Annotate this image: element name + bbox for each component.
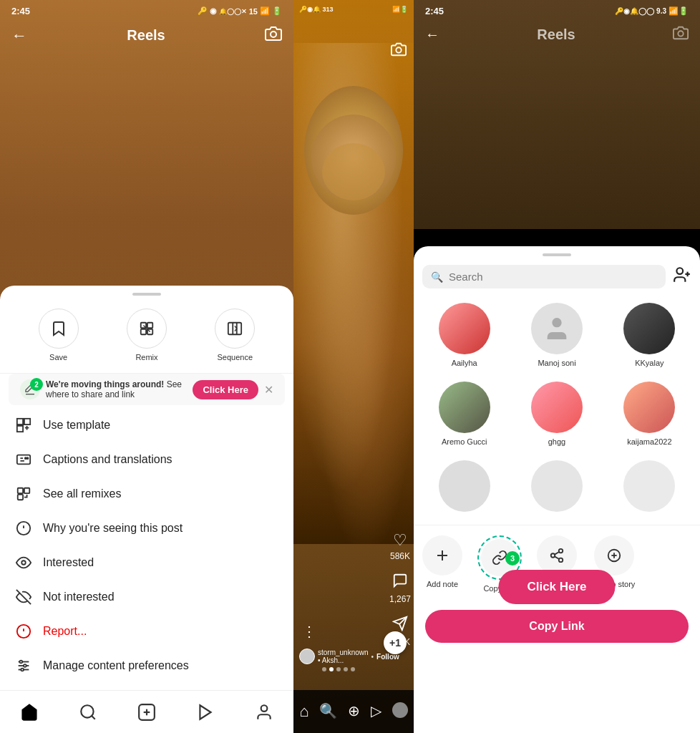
right-camera-button[interactable] xyxy=(673,25,689,44)
remix-circle xyxy=(127,309,167,349)
captions-icon xyxy=(14,452,33,467)
save-label: Save xyxy=(49,353,67,361)
svg-point-15 xyxy=(25,457,26,459)
reel-video-bg xyxy=(293,43,414,544)
save-item[interactable]: Save xyxy=(39,309,79,361)
svg-point-34 xyxy=(81,705,93,717)
notif-close-button[interactable]: ✕ xyxy=(264,383,273,397)
captions-item[interactable]: Captions and translations xyxy=(0,442,293,477)
reel-dot-3 xyxy=(336,667,341,671)
remixes-label: See all remixes xyxy=(43,487,121,500)
plus-badge[interactable]: +1 xyxy=(384,631,407,654)
middle-camera-button[interactable] xyxy=(391,42,407,61)
click-here-button-right[interactable]: Click Here xyxy=(498,570,615,604)
svg-point-23 xyxy=(21,560,26,565)
contact-aailyha[interactable]: Aailyha xyxy=(419,297,509,373)
not-interested-item[interactable]: Not interested xyxy=(0,580,293,614)
not-interested-label: Not interested xyxy=(43,591,115,603)
reel-dot-1 xyxy=(322,667,326,671)
svg-point-40 xyxy=(261,705,268,712)
sequence-item[interactable]: Sequence xyxy=(215,309,255,361)
svg-marker-39 xyxy=(200,705,210,719)
mid-like-count: 586K xyxy=(390,551,410,561)
remixes-item[interactable]: See all remixes xyxy=(0,477,293,511)
contacts-grid: Aailyha Manoj soni KKyalay Ar xyxy=(414,297,700,522)
search-icon: 🔍 xyxy=(431,271,443,283)
mid-nav-search[interactable]: 🔍 xyxy=(319,702,337,721)
interested-item[interactable]: Interested xyxy=(0,545,293,580)
svg-rect-17 xyxy=(18,488,23,493)
contact-kaijama[interactable]: kaijama2022 xyxy=(605,376,694,452)
right-status-bar: 2:45 🔑◉🔔◯◯ 9.3📶🔋 xyxy=(414,0,700,22)
svg-point-33 xyxy=(21,669,24,671)
contact-aremo[interactable]: Aremo Gucci xyxy=(419,376,509,452)
nav-profile[interactable] xyxy=(255,703,273,722)
sheet-icons-row: Save Remix xyxy=(0,301,293,374)
svg-rect-14 xyxy=(17,455,30,465)
svg-point-31 xyxy=(20,661,23,664)
report-item[interactable]: Report... xyxy=(0,614,293,649)
right-title: Reels xyxy=(537,26,575,43)
middle-status-icons: 🔑◉🔔 313 xyxy=(299,6,334,13)
share-handle xyxy=(543,253,571,256)
remix-label: Remix xyxy=(135,353,157,361)
avatar-partial-3 xyxy=(623,460,675,512)
svg-rect-18 xyxy=(24,488,29,493)
svg-line-54 xyxy=(555,556,559,559)
remixes-icon xyxy=(14,486,33,502)
mid-nav-reels[interactable]: ▷ xyxy=(371,702,381,721)
right-back-button[interactable]: ← xyxy=(425,26,439,43)
three-dot-button[interactable]: ⋮ xyxy=(302,623,316,640)
contact-kkyalay[interactable]: KKyalay xyxy=(605,297,694,373)
svg-point-51 xyxy=(559,549,563,553)
right-panel: 2:45 🔑◉🔔◯◯ 9.3📶🔋 ← Reels 🔍 xyxy=(414,0,700,733)
mid-nav-profile[interactable] xyxy=(392,702,408,718)
middle-status-bar: 🔑◉🔔 313 📶🔋 xyxy=(293,0,414,19)
left-header: ← Reels xyxy=(0,22,293,52)
reel-user-info: storm_unknown • Aksh... • Follow xyxy=(299,649,378,676)
svg-point-44 xyxy=(678,31,683,36)
use-template-label: Use template xyxy=(43,419,110,432)
nav-search[interactable] xyxy=(79,703,97,722)
add-note-label: Add note xyxy=(427,580,458,588)
contact-ghgg[interactable]: ghgg xyxy=(512,376,601,452)
right-header: ← Reels xyxy=(414,22,700,49)
reel-dots xyxy=(299,667,378,671)
add-note-action[interactable]: Add note xyxy=(414,531,471,597)
manage-content-item[interactable]: Manage content preferences xyxy=(0,649,293,683)
nav-reels[interactable] xyxy=(196,703,215,722)
share-search-input[interactable] xyxy=(449,271,657,283)
middle-status-right: 📶🔋 xyxy=(392,6,408,13)
avatar-aailyha xyxy=(439,303,490,354)
contact-partial-2[interactable] xyxy=(512,455,601,522)
mid-nav-add[interactable]: ⊕ xyxy=(348,702,360,721)
add-people-button[interactable] xyxy=(673,266,691,288)
mid-nav-home[interactable]: ⌂ xyxy=(299,702,308,721)
use-template-item[interactable]: Use template xyxy=(0,408,293,442)
manage-content-label: Manage content preferences xyxy=(43,659,189,672)
contact-name-manoj: Manoj soni xyxy=(538,359,575,367)
left-status-icons: 🔑◉🔔◯◯✕15📶🔋 xyxy=(198,6,282,16)
notif-text: We're moving things around! See where to… xyxy=(46,379,193,399)
use-template-icon xyxy=(14,417,33,433)
nav-home[interactable] xyxy=(20,703,39,722)
middle-panel: 🔑◉🔔 313 📶🔋 ♡ 586K 1,267 xyxy=(293,0,414,733)
avatar-partial-1 xyxy=(439,460,490,512)
svg-rect-3 xyxy=(141,329,146,334)
contact-partial-1[interactable] xyxy=(419,455,509,522)
why-seeing-item[interactable]: Why you're seeing this post xyxy=(0,511,293,545)
mid-like-action[interactable]: ♡ 586K xyxy=(390,531,410,561)
avatar-ghgg xyxy=(531,382,583,433)
action-badge-3: 3 xyxy=(505,551,520,565)
notif-cta-button[interactable]: Click Here xyxy=(193,380,258,399)
remix-item[interactable]: Remix xyxy=(127,309,167,361)
contact-partial-3[interactable] xyxy=(605,455,694,522)
nav-add[interactable] xyxy=(137,703,156,722)
share-sheet: 🔍 Aailyha xyxy=(414,246,700,733)
mid-comment-action[interactable]: 1,267 xyxy=(389,573,411,604)
save-circle xyxy=(39,309,79,349)
left-camera-button[interactable] xyxy=(265,25,282,46)
left-back-button[interactable]: ← xyxy=(11,26,27,45)
copy-link-button[interactable]: Copy Link xyxy=(425,610,689,643)
contact-manoj[interactable]: Manoj soni xyxy=(512,297,601,373)
